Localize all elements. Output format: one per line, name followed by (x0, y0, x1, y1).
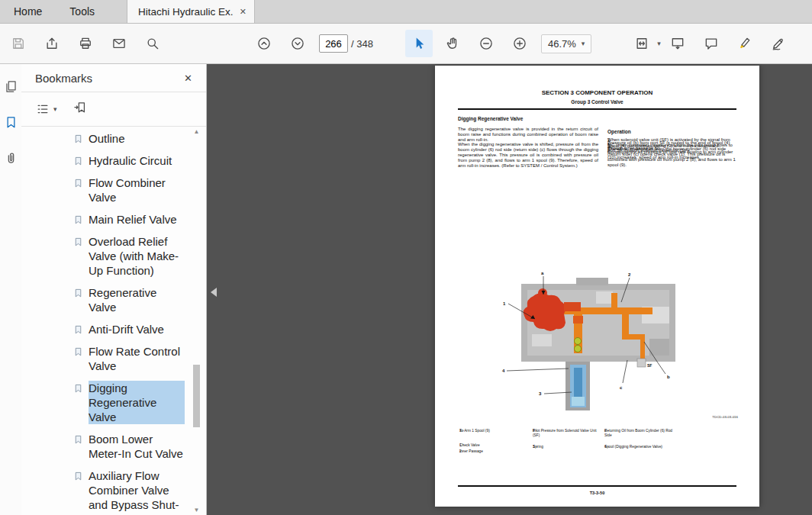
intro-text: The digging regenerative valve is provid… (458, 127, 598, 168)
topic-heading: Digging Regenerative Valve (458, 116, 523, 121)
bookmarks-panel: Bookmarks ✕ ▾ Outline Hydr (21, 64, 207, 515)
bookmark-item-regenerative-valve[interactable]: Regenerative Valve (73, 285, 185, 314)
diagram-label-3: 3 (539, 391, 542, 396)
page-down-icon (290, 36, 305, 51)
comment-button[interactable] (698, 30, 725, 57)
bookmark-locate-icon (72, 100, 88, 115)
highlight-button[interactable] (731, 30, 759, 57)
hand-tool-icon (445, 36, 460, 51)
diagram-label-a: a (541, 271, 544, 275)
tab-tools[interactable]: Tools (56, 0, 108, 23)
bookmark-item-main-relief-valve[interactable]: Main Relief Valve (73, 212, 185, 227)
bookmark-icon (73, 214, 83, 226)
collapse-left-icon (211, 288, 217, 297)
page-thumbnails-button[interactable] (4, 79, 18, 97)
page-number-footer: T3-3-50 (435, 491, 759, 495)
bookmark-options-button[interactable]: ▾ (35, 101, 57, 117)
comment-icon (704, 36, 719, 51)
page-fit-dropdown[interactable]: ▾ (625, 30, 661, 57)
hand-tool-button[interactable] (439, 30, 466, 57)
bookmark-item-auxiliary-flow-combiner-valve[interactable]: Auxiliary Flow Combiner Valve and Bypass… (73, 468, 185, 515)
next-page-button[interactable] (284, 30, 311, 57)
toolbar: / 348 46.7% ▾ ▾ (0, 24, 812, 64)
chevron-down-icon: ▾ (582, 40, 585, 47)
zoom-in-button[interactable] (506, 30, 533, 57)
bookmark-item-boom-lower-meter-in-cut-valve[interactable]: Boom Lower Meter-In Cut Valve (73, 432, 185, 461)
bookmark-item-outline[interactable]: Outline (73, 131, 185, 146)
bookmarks-panel-toolbar: ▾ (21, 92, 206, 127)
operation-heading: Operation (607, 129, 631, 134)
bookmark-icon (73, 133, 83, 145)
bookmark-icon (4, 115, 18, 130)
divider (458, 485, 736, 487)
tab-home[interactable]: Home (0, 0, 56, 23)
group-title: Group 3 Control Valve (435, 99, 759, 105)
bookmark-icon (73, 236, 83, 248)
bookmark-icon (73, 323, 83, 336)
diagram-label-sf: SF (647, 363, 652, 368)
bookmarks-pane-button[interactable] (4, 115, 18, 133)
find-button[interactable] (139, 30, 166, 57)
fill-sign-button[interactable] (765, 30, 792, 57)
email-icon (111, 36, 127, 51)
save-button[interactable] (5, 30, 32, 57)
collapse-panel-button[interactable] (208, 282, 220, 302)
bookmarks-scrollbar[interactable]: ▲ ▼ (192, 127, 201, 515)
section-title: SECTION 3 COMPONENT OPERATION (435, 89, 759, 96)
diagram-label-b: b (667, 375, 670, 379)
page-up-icon (256, 36, 272, 51)
zoom-level-dropdown[interactable]: 46.7% ▾ (541, 34, 591, 53)
search-icon (145, 36, 160, 51)
options-list-icon (35, 101, 50, 117)
bookmark-item-flow-combiner-valve[interactable]: Flow Combiner Valve (73, 175, 185, 204)
pages-icon (4, 79, 18, 94)
page-fit-icon (634, 36, 649, 51)
select-tool-icon (411, 36, 427, 51)
bookmark-item-overload-relief-valve[interactable]: Overload Relief Valve (with Make-Up Func… (73, 234, 185, 278)
bookmarks-panel-header: Bookmarks ✕ (21, 64, 206, 92)
bookmark-icon (73, 177, 83, 189)
close-panel-icon[interactable]: ✕ (181, 71, 195, 85)
acrobat-window: Home Tools Hitachi Hydraulic Ex... ✕ (0, 0, 812, 515)
divider (458, 108, 736, 110)
select-tool-button[interactable] (405, 30, 433, 57)
diagram-label-1: 1 (503, 301, 506, 306)
share-icon (44, 36, 60, 51)
sign-icon (771, 36, 786, 51)
attachments-button[interactable] (4, 151, 18, 169)
bookmark-item-anti-drift-valve[interactable]: Anti-Drift Valve (73, 322, 185, 336)
close-tab-icon[interactable]: ✕ (240, 7, 246, 17)
pdf-page: SECTION 3 COMPONENT OPERATION Group 3 Co… (435, 66, 759, 507)
page-fit-button[interactable] (628, 30, 656, 57)
email-button[interactable] (105, 30, 133, 57)
bookmark-icon (73, 470, 83, 482)
zoom-in-icon (512, 36, 527, 51)
page-number-input[interactable] (319, 34, 348, 53)
zoom-out-button[interactable] (472, 30, 500, 57)
share-button[interactable] (38, 30, 66, 57)
chevron-down-icon: ▾ (53, 105, 57, 113)
bookmarks-list: Outline Hydraulic Circuit Flow Combiner … (21, 127, 206, 515)
main-area: Bookmarks ✕ ▾ Outline Hydr (0, 64, 812, 515)
previous-page-button[interactable] (250, 30, 278, 57)
tab-document[interactable]: Hitachi Hydraulic Ex... ✕ (127, 0, 255, 23)
bookmark-icon (73, 287, 83, 299)
document-area[interactable]: SECTION 3 COMPONENT OPERATION Group 3 Co… (207, 64, 812, 515)
page-count-label: / 348 (351, 38, 373, 50)
print-icon (78, 36, 93, 51)
bookmark-item-flow-rate-control-valve[interactable]: Flow Rate Control Valve (73, 344, 185, 373)
document-tab-title: Hitachi Hydraulic Ex... (138, 6, 234, 18)
figure-reference: TDCD-03-03-016 (712, 415, 738, 419)
scroll-mode-icon (670, 36, 685, 51)
print-button[interactable] (72, 30, 99, 57)
expand-current-bookmark-button[interactable] (72, 100, 88, 118)
tab-home-label: Home (14, 5, 42, 18)
bookmark-item-digging-regenerative-valve[interactable]: Digging Regenerative Valve (73, 381, 185, 424)
scroll-mode-button[interactable] (664, 30, 691, 57)
diagram-label-c: c (620, 385, 623, 390)
scroll-up-arrow[interactable]: ▲ (192, 128, 201, 135)
bookmark-item-hydraulic-circuit[interactable]: Hydraulic Circuit (73, 153, 185, 168)
scrollbar-thumb[interactable] (193, 365, 200, 427)
bookmark-icon (73, 155, 83, 167)
scroll-down-arrow[interactable]: ▼ (192, 507, 201, 513)
